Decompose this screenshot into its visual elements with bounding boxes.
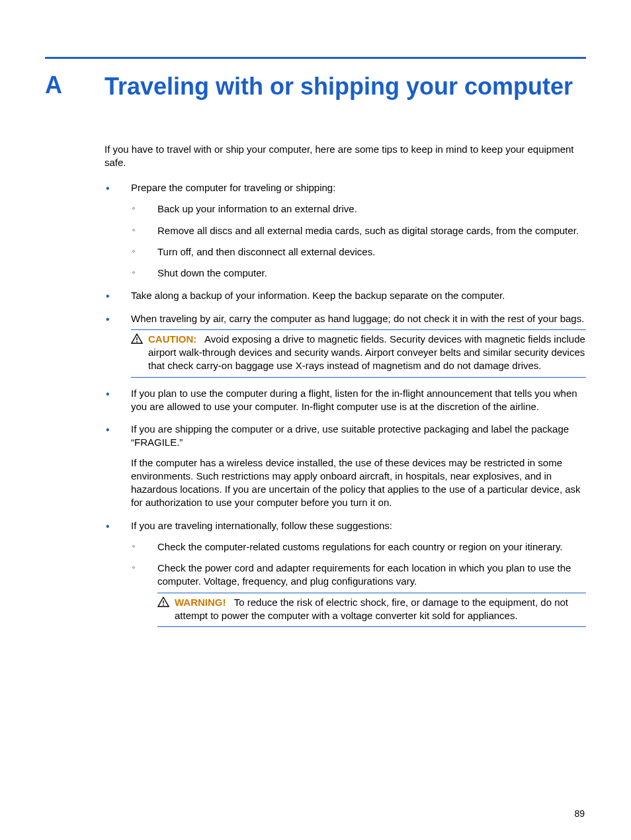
top-rule bbox=[45, 57, 586, 59]
intro-paragraph: If you have to travel with or ship your … bbox=[105, 143, 586, 170]
list-item: Shut down the computer. bbox=[131, 267, 586, 280]
bullet-text: Prepare the computer for traveling or sh… bbox=[131, 182, 335, 193]
list-item: If you are shipping the computer or a dr… bbox=[105, 423, 586, 510]
page-number: 89 bbox=[574, 808, 585, 819]
appendix-letter: A bbox=[45, 71, 105, 99]
sub-bullet-list: Check the computer-related customs regul… bbox=[131, 540, 586, 627]
bullet-text: Check the computer-related customs regul… bbox=[157, 541, 563, 552]
bullet-text: Back up your information to an external … bbox=[157, 203, 357, 214]
content-area: If you have to travel with or ship your … bbox=[105, 143, 586, 628]
caution-triangle-icon bbox=[131, 333, 143, 344]
list-item: Back up your information to an external … bbox=[131, 202, 586, 216]
bullet-text: Check the power cord and adapter require… bbox=[157, 562, 571, 587]
list-item: Turn off, and then disconnect all extern… bbox=[131, 245, 586, 259]
bullet-text: Turn off, and then disconnect all extern… bbox=[157, 246, 375, 257]
warning-triangle-icon bbox=[157, 597, 169, 607]
caution-label: CAUTION: bbox=[148, 333, 196, 345]
warning-text: To reduce the risk of electric shock, fi… bbox=[175, 597, 568, 621]
list-item: Take along a backup of your information.… bbox=[105, 289, 586, 302]
extra-paragraph: If the computer has a wireless device in… bbox=[131, 456, 586, 510]
caution-box: CAUTION: Avoid exposing a drive to magne… bbox=[131, 329, 586, 378]
top-bullet-list: Prepare the computer for traveling or sh… bbox=[105, 181, 586, 627]
list-item: If you plan to use the computer during a… bbox=[105, 387, 586, 414]
caution-text: Avoid exposing a drive to magnetic field… bbox=[148, 333, 585, 372]
sub-bullet-list: Back up your information to an external … bbox=[131, 202, 586, 280]
bullet-text: If you plan to use the computer during a… bbox=[131, 388, 577, 412]
bullet-text: Take along a backup of your information.… bbox=[131, 290, 505, 301]
bullet-text: Remove all discs and all external media … bbox=[157, 225, 579, 236]
svg-point-1 bbox=[136, 341, 138, 343]
list-item: Remove all discs and all external media … bbox=[131, 224, 586, 237]
list-item: Prepare the computer for traveling or sh… bbox=[105, 181, 586, 280]
warning-label: WARNING! bbox=[175, 597, 226, 608]
bullet-text: If you are shipping the computer or a dr… bbox=[131, 423, 569, 448]
list-item: Check the computer-related customs regul… bbox=[131, 540, 586, 554]
warning-box: WARNING! To reduce the risk of electric … bbox=[157, 593, 586, 628]
bullet-text: Shut down the computer. bbox=[157, 267, 267, 278]
list-item: If you are traveling internationally, fo… bbox=[105, 519, 586, 628]
bullet-text: If you are traveling internationally, fo… bbox=[131, 520, 392, 531]
list-item: When traveling by air, carry the compute… bbox=[105, 312, 586, 378]
svg-point-3 bbox=[163, 604, 164, 605]
bullet-text: When traveling by air, carry the compute… bbox=[131, 313, 584, 324]
list-item: Check the power cord and adapter require… bbox=[131, 562, 586, 627]
heading-row: A Traveling with or shipping your comput… bbox=[45, 71, 586, 103]
page-title: Traveling with or shipping your computer bbox=[105, 71, 573, 103]
